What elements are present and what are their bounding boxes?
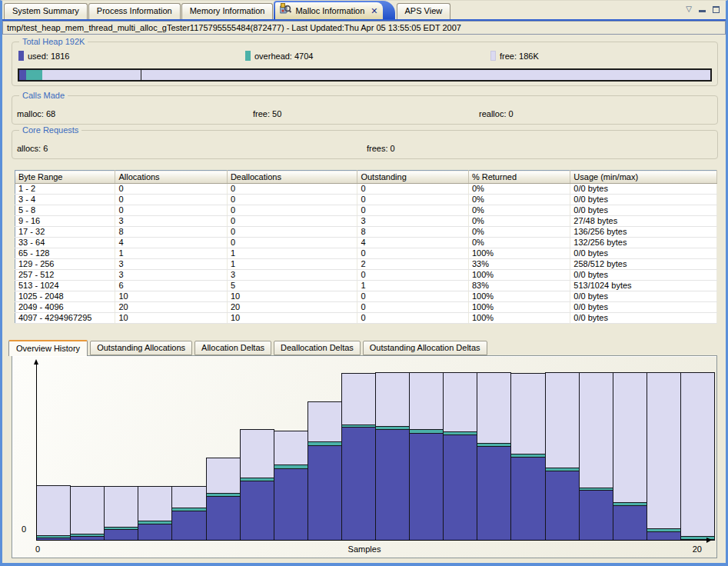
table-cell[interactable]: 0 xyxy=(357,195,468,205)
table-row[interactable]: 9 - 163030%27/48 bytes xyxy=(15,216,717,227)
table-cell[interactable]: 0 xyxy=(357,291,468,302)
table-cell[interactable]: 33% xyxy=(468,259,570,270)
table-cell[interactable]: 27/48 bytes xyxy=(570,216,717,227)
tab-aps-view[interactable]: APS View xyxy=(397,3,451,19)
table-cell[interactable]: 0 xyxy=(357,248,468,259)
table-row[interactable]: 4097 - 429496729510100100%0/0 bytes xyxy=(15,313,717,324)
table-row[interactable]: 129 - 25631233%258/512 bytes xyxy=(15,259,717,270)
tab-allocation-deltas[interactable]: Allocation Deltas xyxy=(194,341,271,355)
table-cell[interactable]: 100% xyxy=(468,270,570,281)
table-cell[interactable]: 3 xyxy=(115,216,227,227)
tab-overview-history[interactable]: Overview History xyxy=(8,340,88,356)
table-row[interactable]: 3 - 40000%0/0 bytes xyxy=(15,195,717,205)
table-cell[interactable]: 8 xyxy=(357,227,468,238)
tab-deallocation-deltas[interactable]: Deallocation Deltas xyxy=(274,341,361,355)
minimize-icon[interactable] xyxy=(699,6,706,12)
table-cell[interactable]: 17 - 32 xyxy=(15,227,115,238)
table-cell[interactable]: 0 xyxy=(115,205,227,216)
table-cell[interactable]: 129 - 256 xyxy=(15,259,115,270)
table-cell[interactable]: 33 - 64 xyxy=(15,238,115,248)
table-cell[interactable]: 0% xyxy=(468,184,570,195)
table-cell[interactable]: 513/1024 bytes xyxy=(570,281,717,291)
table-cell[interactable]: 1 - 2 xyxy=(15,184,115,195)
table-cell[interactable]: 0% xyxy=(468,195,570,205)
table-cell[interactable]: 0/0 bytes xyxy=(570,205,717,216)
table-cell[interactable]: 20 xyxy=(227,302,357,313)
table-cell[interactable]: 0% xyxy=(468,238,570,248)
table-cell[interactable]: 0% xyxy=(468,216,570,227)
table-cell[interactable]: 8 xyxy=(115,227,227,238)
table-cell[interactable]: 136/256 bytes xyxy=(570,227,717,238)
table-cell[interactable]: 0 xyxy=(357,302,468,313)
tab-malloc-information[interactable]: Malloc Information✕ xyxy=(274,1,394,19)
table-cell[interactable]: 1 xyxy=(115,248,227,259)
table-cell[interactable]: 100% xyxy=(468,291,570,302)
table-cell[interactable]: 65 - 128 xyxy=(15,248,115,259)
table-cell[interactable]: 4097 - 4294967295 xyxy=(15,313,115,324)
table-cell[interactable]: 0 xyxy=(227,238,357,248)
column-header-deallocations[interactable]: Deallocations xyxy=(227,171,357,184)
tab-outstanding-allocations[interactable]: Outstanding Allocations xyxy=(90,341,192,355)
table-cell[interactable]: 3 xyxy=(115,259,227,270)
column-header-allocations[interactable]: Allocations xyxy=(115,171,227,184)
table-cell[interactable]: 513 - 1024 xyxy=(15,281,115,291)
table-cell[interactable]: 2 xyxy=(357,259,468,270)
tab-outstanding-allocation-deltas[interactable]: Outstanding Allocation Deltas xyxy=(363,341,487,355)
table-cell[interactable]: 258/512 bytes xyxy=(570,259,717,270)
table-cell[interactable]: 0 xyxy=(357,313,468,324)
close-icon[interactable]: ✕ xyxy=(371,4,377,18)
column-header-usage-min-max[interactable]: Usage (min/max) xyxy=(570,171,717,184)
table-cell[interactable]: 100% xyxy=(468,313,570,324)
table-cell[interactable]: 10 xyxy=(227,313,357,324)
tab-memory-information[interactable]: Memory Information xyxy=(181,3,274,19)
table-cell[interactable]: 0 xyxy=(227,227,357,238)
table-cell[interactable]: 1 xyxy=(357,281,468,291)
table-cell[interactable]: 132/256 bytes xyxy=(570,238,717,248)
table-cell[interactable]: 0 xyxy=(227,216,357,227)
table-row[interactable]: 513 - 102465183%513/1024 bytes xyxy=(15,281,717,291)
table-row[interactable]: 5 - 80000%0/0 bytes xyxy=(15,205,717,216)
table-cell[interactable]: 100% xyxy=(468,248,570,259)
table-cell[interactable]: 2049 - 4096 xyxy=(15,302,115,313)
table-cell[interactable]: 0% xyxy=(468,227,570,238)
table-cell[interactable]: 0 xyxy=(357,184,468,195)
table-cell[interactable]: 3 xyxy=(357,216,468,227)
table-row[interactable]: 257 - 512330100%0/0 bytes xyxy=(15,270,717,281)
column-header-returned[interactable]: % Returned xyxy=(468,171,570,184)
table-cell[interactable]: 100% xyxy=(468,302,570,313)
table-cell[interactable]: 0 xyxy=(357,205,468,216)
table-cell[interactable]: 3 xyxy=(227,270,357,281)
table-cell[interactable]: 0/0 bytes xyxy=(570,302,717,313)
view-menu-icon[interactable]: ▽ xyxy=(686,5,692,13)
maximize-icon[interactable] xyxy=(713,6,720,13)
table-row[interactable]: 2049 - 409620200100%0/0 bytes xyxy=(15,302,717,313)
table-cell[interactable]: 5 xyxy=(227,281,357,291)
table-cell[interactable]: 1 xyxy=(227,259,357,270)
table-row[interactable]: 65 - 128110100%0/0 bytes xyxy=(15,248,717,259)
table-cell[interactable]: 0 xyxy=(357,270,468,281)
table-row[interactable]: 33 - 644040%132/256 bytes xyxy=(15,238,717,248)
table-cell[interactable]: 6 xyxy=(115,281,227,291)
table-cell[interactable]: 5 - 8 xyxy=(15,205,115,216)
table-cell[interactable]: 0/0 bytes xyxy=(570,291,717,302)
table-cell[interactable]: 0/0 bytes xyxy=(570,248,717,259)
column-header-byte-range[interactable]: Byte Range xyxy=(15,171,115,184)
table-cell[interactable]: 0/0 bytes xyxy=(570,270,717,281)
table-cell[interactable]: 10 xyxy=(227,291,357,302)
table-cell[interactable]: 4 xyxy=(115,238,227,248)
table-cell[interactable]: 83% xyxy=(468,281,570,291)
table-cell[interactable]: 0/0 bytes xyxy=(570,184,717,195)
table-cell[interactable]: 257 - 512 xyxy=(15,270,115,281)
table-cell[interactable]: 3 - 4 xyxy=(15,195,115,205)
table-cell[interactable]: 10 xyxy=(115,291,227,302)
table-cell[interactable]: 0/0 bytes xyxy=(570,313,717,324)
table-cell[interactable]: 3 xyxy=(115,270,227,281)
table-cell[interactable]: 0 xyxy=(115,195,227,205)
table-row[interactable]: 17 - 328080%136/256 bytes xyxy=(15,227,717,238)
table-cell[interactable]: 0/0 bytes xyxy=(570,195,717,205)
column-header-outstanding[interactable]: Outstanding xyxy=(357,171,468,184)
table-cell[interactable]: 1025 - 2048 xyxy=(15,291,115,302)
table-row[interactable]: 1025 - 204810100100%0/0 bytes xyxy=(15,291,717,302)
tab-system-summary[interactable]: System Summary xyxy=(4,3,88,19)
table-cell[interactable]: 4 xyxy=(357,238,468,248)
